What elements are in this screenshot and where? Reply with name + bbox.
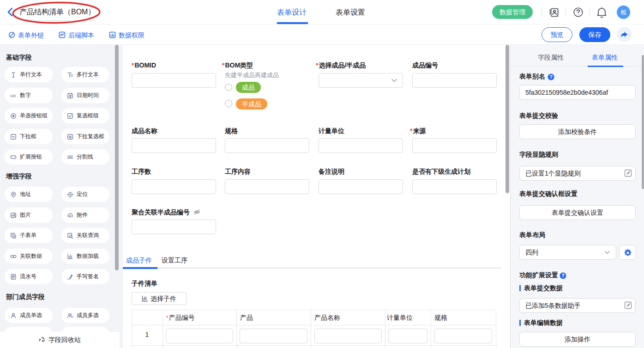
svg-text:?: ? — [549, 74, 553, 79]
svg-text:123: 123 — [10, 94, 16, 98]
svg-text:?: ? — [561, 273, 565, 278]
